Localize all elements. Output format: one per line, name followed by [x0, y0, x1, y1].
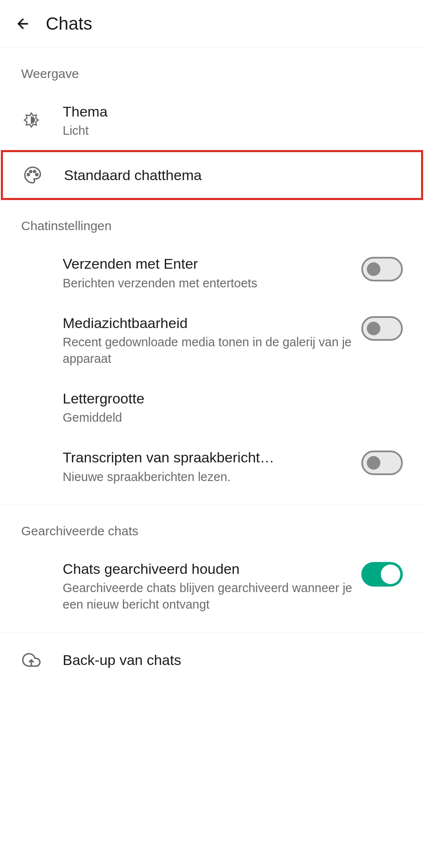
theme-content: Thema Licht: [63, 102, 403, 139]
font-size-title: Lettergrootte: [63, 389, 394, 408]
media-visibility-toggle[interactable]: [361, 316, 403, 341]
media-visibility-title: Mediazichtbaarheid: [63, 314, 353, 332]
theme-subtitle: Licht: [63, 122, 403, 139]
font-size-subtitle: Gemiddeld: [63, 409, 394, 426]
enter-to-send-toggle[interactable]: [361, 257, 403, 281]
backup-title: Back-up van chats: [63, 651, 403, 669]
backup-setting[interactable]: Back-up van chats: [0, 633, 424, 681]
svg-point-2: [30, 171, 32, 173]
header: Chats: [0, 0, 424, 48]
font-size-content: Lettergrootte Gemiddeld: [63, 389, 403, 426]
theme-title: Thema: [63, 102, 403, 121]
keep-archived-subtitle: Gearchiveerde chats blijven gearchiveerd…: [63, 580, 353, 613]
palette-icon: [22, 165, 43, 185]
voice-transcripts-content: Transcripten van spraakbericht… Nieuwe s…: [63, 448, 361, 485]
section-header-archived: Gearchiveerde chats: [0, 505, 424, 548]
highlighted-item: Standaard chatthema: [1, 150, 423, 200]
enter-to-send-title: Verzenden met Enter: [63, 254, 353, 273]
section-header-display: Weergave: [0, 48, 424, 91]
arrow-left-icon: [15, 15, 30, 32]
keep-archived-setting[interactable]: Chats gearchiveerd houden Gearchiveerde …: [0, 548, 424, 624]
voice-transcripts-title: Transcripten van spraakbericht…: [63, 448, 353, 467]
section-header-chat-settings: Chatinstellingen: [0, 200, 424, 243]
svg-point-3: [33, 171, 36, 173]
default-chat-theme-content: Standaard chatthema: [64, 166, 402, 184]
enter-to-send-subtitle: Berichten verzenden met entertoets: [63, 275, 353, 292]
archived-chats-section: Gearchiveerde chats Chats gearchiveerd h…: [0, 505, 424, 624]
media-visibility-setting[interactable]: Mediazichtbaarheid Recent gedownloade me…: [0, 303, 424, 378]
svg-point-1: [28, 174, 30, 176]
font-size-setting[interactable]: Lettergrootte Gemiddeld: [0, 378, 424, 437]
default-chat-theme-title: Standaard chatthema: [64, 166, 402, 184]
cloud-upload-icon: [21, 650, 42, 670]
svg-point-4: [36, 174, 38, 176]
voice-transcripts-toggle[interactable]: [361, 451, 403, 475]
back-button[interactable]: [15, 16, 30, 31]
display-section: Weergave Thema Licht: [0, 48, 424, 200]
keep-archived-toggle[interactable]: [361, 562, 403, 587]
keep-archived-title: Chats gearchiveerd houden: [63, 559, 353, 578]
keep-archived-content: Chats gearchiveerd houden Gearchiveerde …: [63, 559, 361, 613]
enter-to-send-setting[interactable]: Verzenden met Enter Berichten verzenden …: [0, 243, 424, 302]
media-visibility-subtitle: Recent gedownloade media tonen in de gal…: [63, 334, 353, 367]
voice-transcripts-subtitle: Nieuwe spraakberichten lezen.: [63, 469, 353, 485]
default-chat-theme-setting[interactable]: Standaard chatthema: [3, 152, 421, 198]
enter-to-send-content: Verzenden met Enter Berichten verzenden …: [63, 254, 361, 291]
voice-transcripts-setting[interactable]: Transcripten van spraakbericht… Nieuwe s…: [0, 437, 424, 496]
chat-settings-section: Chatinstellingen Verzenden met Enter Ber…: [0, 200, 424, 496]
theme-setting[interactable]: Thema Licht: [0, 91, 424, 150]
backup-content: Back-up van chats: [63, 651, 403, 669]
page-title: Chats: [46, 14, 92, 34]
brightness-icon: [21, 111, 42, 131]
media-visibility-content: Mediazichtbaarheid Recent gedownloade me…: [63, 314, 361, 367]
backup-section: Back-up van chats: [0, 633, 424, 681]
